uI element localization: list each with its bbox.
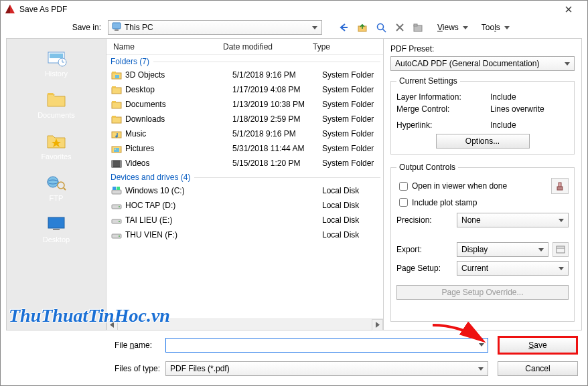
svg-rect-29 [112, 117, 121, 123]
views-menu[interactable]: Views [437, 23, 459, 32]
col-name[interactable]: Name [109, 42, 219, 52]
list-item[interactable]: THU VIEN (F:)Local Disk [106, 227, 383, 242]
item-date: 1/17/2019 4:08 PM [232, 85, 322, 94]
caret-down-icon [478, 367, 484, 371]
save-button[interactable]: SaveSave [498, 336, 578, 355]
svg-point-45 [119, 221, 120, 222]
this-pc-icon [111, 22, 122, 33]
list-item[interactable]: Downloads1/18/2019 2:59 PMSystem Folder [106, 112, 383, 126]
back-button[interactable] [336, 20, 352, 35]
desktop-icon [46, 215, 66, 231]
folder-icon [46, 90, 66, 108]
list-item[interactable]: Music5/1/2018 9:16 PMSystem Folder [106, 126, 383, 141]
scroll-left-button[interactable] [106, 319, 118, 330]
include-plot-stamp-checkbox[interactable] [399, 198, 408, 207]
export-window-button[interactable] [553, 242, 569, 257]
item-name: Desktop [125, 85, 232, 94]
sidebar-item-label: Favorites [7, 153, 106, 161]
filename-input[interactable] [165, 338, 488, 353]
item-name: Videos [125, 159, 232, 168]
current-settings-legend: Current Settings [396, 76, 460, 86]
svg-point-32 [115, 135, 118, 138]
sidebar-item-desktop[interactable]: Desktop [7, 209, 106, 250]
filetype-combo[interactable]: PDF Files (*.pdf) [165, 361, 488, 376]
favorites-icon [46, 132, 66, 149]
list-item[interactable]: Windows 10 (C:)Local Disk [106, 183, 383, 198]
col-date[interactable]: Date modified [219, 42, 309, 52]
caret-down-icon [565, 62, 570, 66]
merge-control-value: Lines overwrite [490, 104, 544, 114]
svg-rect-26 [112, 86, 116, 88]
svg-rect-20 [48, 217, 64, 228]
window-title: Save As PDF [19, 5, 554, 14]
filetype-label: Files of type: [1, 364, 165, 373]
svg-rect-25 [112, 88, 121, 94]
list-item[interactable]: TAI LIEU (E:)Local Disk [106, 213, 383, 227]
item-name: TAI LIEU (E:) [125, 215, 232, 225]
pdf-preset-combo[interactable]: AutoCAD PDF (General Documentation) [390, 56, 575, 71]
svg-point-16 [48, 177, 58, 187]
options-button[interactable]: Options... [436, 134, 530, 149]
precision-combo[interactable]: None [457, 213, 569, 227]
delete-button[interactable] [392, 20, 408, 35]
folder-icon [111, 114, 123, 124]
close-button[interactable] [554, 1, 583, 18]
list-item[interactable]: Pictures5/31/2018 11:44 AMSystem Folder [106, 141, 383, 156]
list-item[interactable]: HOC TAP (D:)Local Disk [106, 198, 383, 213]
list-item[interactable]: Videos5/15/2018 1:20 PMSystem Folder [106, 156, 383, 171]
app-logo-icon [5, 4, 15, 15]
svg-line-19 [64, 188, 66, 190]
savein-value: This PC [125, 23, 153, 32]
item-type: System Folder [322, 100, 383, 109]
filename-label: File name: [1, 341, 165, 350]
merge-control-label: Merge Control: [396, 104, 490, 114]
sidebar-item-label: FTP [7, 194, 106, 202]
savein-combo[interactable]: This PC [108, 20, 322, 35]
svg-rect-38 [120, 161, 121, 167]
list-item[interactable]: Documents1/13/2019 10:38 PMSystem Folder [106, 97, 383, 112]
sidebar-item-favorites[interactable]: Favorites [7, 126, 106, 167]
plot-stamp-button[interactable] [551, 178, 569, 194]
svg-rect-21 [53, 229, 60, 230]
item-type: Local Disk [322, 230, 383, 239]
page-setup-combo[interactable]: Current [457, 261, 569, 276]
up-folder-button[interactable] [354, 20, 370, 35]
group-header-folders[interactable]: Folders (7) [106, 55, 383, 68]
svg-marker-57 [559, 267, 564, 270]
tools-menu[interactable]: Tools [482, 23, 500, 32]
search-button[interactable] [373, 20, 389, 35]
caret-down-icon [504, 26, 510, 29]
item-type: System Folder [322, 129, 383, 138]
page-setup-label: Page Setup: [396, 264, 457, 273]
item-name: Music [125, 129, 232, 138]
open-in-viewer-checkbox[interactable] [399, 182, 408, 191]
sidebar-item-history[interactable]: History [7, 43, 106, 84]
new-folder-button[interactable] [411, 20, 427, 35]
sidebar-item-ftp[interactable]: FTP [7, 167, 106, 209]
item-type: Local Disk [322, 215, 383, 225]
list-item[interactable]: 3D Objects5/1/2018 9:16 PMSystem Folder [106, 68, 383, 82]
sidebar-item-documents[interactable]: Documents [7, 84, 106, 126]
list-item[interactable]: Desktop1/17/2019 4:08 PMSystem Folder [106, 82, 383, 97]
svg-point-18 [58, 182, 64, 189]
scroll-right-button[interactable] [372, 319, 383, 330]
col-type[interactable]: Type [309, 42, 383, 52]
svg-marker-53 [559, 219, 564, 222]
horizontal-scrollbar[interactable] [106, 318, 383, 330]
export-combo[interactable]: Display [457, 242, 548, 257]
svg-marker-58 [479, 343, 484, 347]
cancel-button[interactable]: Cancel [498, 361, 578, 376]
column-headers[interactable]: Name Date modified Type [106, 39, 383, 55]
item-type: System Folder [322, 159, 383, 168]
toolbar: Save in: This PC Views Tools [1, 18, 587, 37]
savein-label: Save in: [1, 23, 108, 32]
hyperlink-label: Hyperlink: [396, 120, 490, 130]
item-type: Local Disk [322, 201, 383, 210]
item-date: 5/31/2018 11:44 AM [232, 144, 322, 153]
ftp-icon [46, 173, 66, 191]
item-name: Downloads [125, 114, 232, 124]
group-header-drives[interactable]: Devices and drives (4) [106, 171, 383, 183]
export-label: Export: [396, 245, 457, 254]
caret-down-icon [559, 219, 564, 222]
sidebar-item-label: Documents [7, 111, 106, 119]
